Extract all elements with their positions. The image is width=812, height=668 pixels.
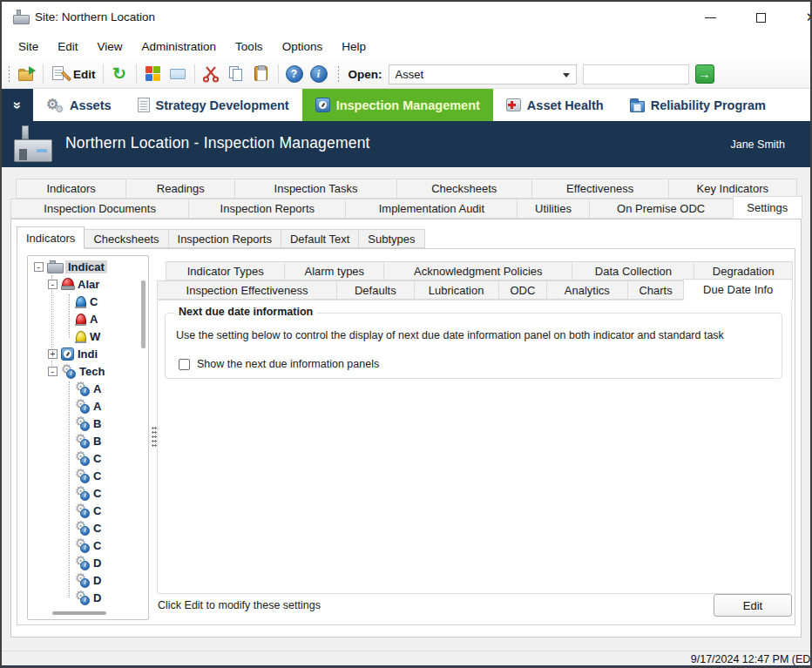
module-tab-assets[interactable]: Assets [33,89,125,121]
send-button[interactable] [166,63,191,85]
menu-help[interactable]: Help [332,36,376,57]
cut-button[interactable] [199,63,224,85]
menu-site[interactable]: Site [9,36,48,57]
module-tab-asset-health[interactable]: Asset Health [493,89,617,121]
tab-acknowledgment-policies[interactable]: Acknowledgment Policies [383,261,572,280]
show-panels-checkbox[interactable] [179,359,190,370]
subtab-inspection-reports[interactable]: Inspection Reports [168,229,281,248]
tree-item-label[interactable]: Indicat [65,260,107,273]
tree-item-label[interactable]: D [93,574,101,587]
tab-analytics[interactable]: Analytics [546,280,628,300]
tab-inspection-tasks[interactable]: Inspection Tasks [234,179,397,199]
tab-defaults[interactable]: Defaults [336,280,415,300]
tab-inspection-documents[interactable]: Inspection Documents [10,199,189,219]
menu-options[interactable]: Options [273,36,333,57]
tree-item-label[interactable]: A [93,400,101,413]
page-edit-icon [51,65,69,83]
copy-button[interactable] [224,63,249,85]
tree-item-label[interactable]: D [93,557,101,570]
subtab-subtypes[interactable]: Subtypes [358,229,424,248]
tree-item-label[interactable]: D [93,591,101,604]
tree-row: W [30,327,138,345]
tree-expander[interactable]: + [48,349,58,359]
tab-degradation[interactable]: Degradation [694,261,793,280]
tree-item-label[interactable]: C [90,295,98,308]
tab-checksheets[interactable]: Checksheets [396,179,532,199]
tab-readings[interactable]: Readings [125,179,235,199]
tab-odc[interactable]: ODC [498,280,547,300]
tree-item-label[interactable]: A [93,382,101,395]
collapse-modules-button[interactable]: » [2,89,33,121]
tab-lubrication[interactable]: Lubrication [414,280,499,300]
tree-row: D [30,554,138,571]
refresh-button[interactable]: ↻ [107,63,132,85]
menu-bar: Site Edit View Administration Tools Opti… [2,33,810,60]
tree-item-label[interactable]: C [93,539,101,552]
tree-item-label[interactable]: A [90,313,98,326]
tab-alarm-types[interactable]: Alarm types [284,261,384,280]
quick-search-input[interactable] [583,64,689,84]
send-mail-icon [169,65,187,83]
open-folder-button[interactable] [14,63,39,85]
toolbar-separator [136,64,137,84]
tree-expander[interactable]: - [48,367,58,376]
tab-indicator-types[interactable]: Indicator Types [166,261,285,280]
toolbar-grip[interactable] [336,65,341,83]
tree-horizontal-scrollbar[interactable] [30,609,146,617]
tree-item-label[interactable]: Alar [78,278,99,291]
tab-effectiveness[interactable]: Effectiveness [531,179,669,199]
go-button[interactable]: → [695,64,714,84]
close-button[interactable]: ✕ [791,2,812,33]
open-combobox[interactable]: Asset [389,64,577,84]
tab-on-premise-odc[interactable]: On Premise ODC [589,199,734,219]
tab-data-collection[interactable]: Data Collection [572,261,694,280]
tree-vertical-scrollbar[interactable] [141,280,145,348]
tree-item-label[interactable]: Indi [78,347,98,361]
show-panels-label: Show the next due information panels [197,358,379,370]
toolbar-separator [194,64,195,84]
scrollbar-thumb[interactable] [52,611,106,615]
info-button[interactable]: i [307,63,331,85]
windows-logo-icon [144,65,162,83]
tab-indicators[interactable]: Indicators [16,179,126,199]
tree-item-label[interactable]: Tech [79,365,105,378]
subtab-checksheets[interactable]: Checksheets [84,229,168,248]
tab-utilities[interactable]: Utilities [517,199,589,219]
edit-button[interactable]: Edit [47,63,99,85]
tab-inspection-reports[interactable]: Inspection Reports [188,199,346,219]
tree-item-label[interactable]: B [93,435,101,448]
subtab-default-text[interactable]: Default Text [281,229,359,248]
tree-item-label[interactable]: W [90,330,100,343]
toolbar-grip[interactable] [7,65,11,83]
tab-due-date-info[interactable]: Due Date Info [683,279,793,300]
tree-item-label[interactable]: C [93,504,101,517]
tab-charts[interactable]: Charts [627,280,685,300]
edit-settings-button[interactable]: Edit [714,594,792,617]
tab-inspection-effectiveness[interactable]: Inspection Effectiveness [157,280,337,300]
tree-item-label[interactable]: C [93,522,101,535]
window-title: Site: Northern Location [35,10,155,24]
paste-button[interactable] [249,63,274,85]
tree-item-label[interactable]: C [93,487,101,500]
module-tab-inspection-management[interactable]: Inspection Management [302,89,493,121]
tab-implementation-audit[interactable]: Implementation Audit [345,199,518,219]
module-tab-strategy-development[interactable]: Strategy Development [125,89,302,121]
windows-button[interactable] [140,63,166,85]
menu-edit[interactable]: Edit [48,36,87,57]
tree-item-label[interactable]: C [93,469,101,482]
tree-expander[interactable]: - [48,280,58,289]
module-tab-reliability-program[interactable]: Reliability Program [617,89,779,121]
minimize-button[interactable] [690,2,730,33]
subtab-indicators[interactable]: Indicators [17,226,85,249]
tree-expander[interactable]: - [34,262,44,272]
maximize-button[interactable] [741,2,781,33]
menu-administration[interactable]: Administration [132,36,227,57]
menu-tools[interactable]: Tools [226,36,273,57]
go-arrow-icon: → [699,67,711,81]
tree-item-label[interactable]: C [93,452,101,465]
menu-view[interactable]: View [88,36,132,57]
tree-item-label[interactable]: B [93,417,101,430]
help-button[interactable]: ? [282,63,307,85]
tab-settings[interactable]: Settings [733,196,802,219]
tree-row: D [30,571,138,589]
